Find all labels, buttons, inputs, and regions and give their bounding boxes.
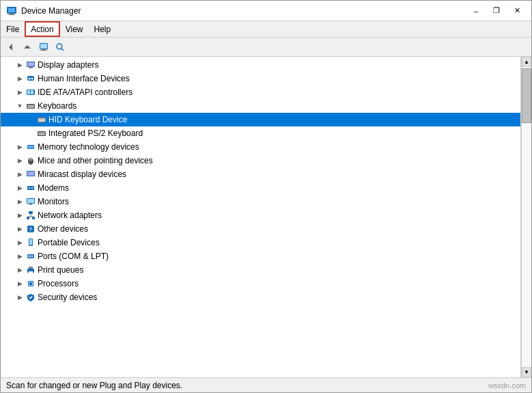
icon-hid <box>25 73 36 84</box>
expand-icon-mice: ▶ <box>14 155 25 166</box>
menu-view[interactable]: View <box>60 21 89 37</box>
menu-help[interactable]: Help <box>89 21 117 37</box>
svg-rect-33 <box>44 119 46 120</box>
minimize-button[interactable]: – <box>467 4 485 18</box>
label-portable: Portable Devices <box>38 238 100 247</box>
expand-icon-print: ▶ <box>14 265 25 275</box>
expand-icon-ports: ▶ <box>14 251 25 262</box>
expand-icon-memory: ▶ <box>14 141 25 152</box>
svg-point-65 <box>30 245 31 247</box>
label-other: Other devices <box>38 224 88 234</box>
status-text: Scan for changed or new Plug and Play de… <box>6 381 488 390</box>
svg-rect-68 <box>29 256 30 258</box>
label-modems: Modems <box>38 183 69 193</box>
menu-bar: File Action View Help <box>1 21 531 38</box>
tree-item-modems[interactable]: ▶ Modems <box>1 181 520 195</box>
tree-item-human-interface[interactable]: ▶ Human Interface Devices <box>1 72 520 85</box>
tree-item-monitors[interactable]: ▶ Monitors <box>1 195 520 208</box>
tree-item-other[interactable]: ▶ ? Other devices <box>1 222 520 236</box>
close-button[interactable]: ✕ <box>508 4 526 18</box>
tree-item-ports[interactable]: ▶ Ports (COM & LPT) <box>1 249 520 263</box>
svg-rect-1 <box>8 8 15 12</box>
label-display-adapters: Display adapters <box>38 60 98 70</box>
toolbar-computer[interactable] <box>36 40 51 55</box>
expand-icon-ps2 <box>25 128 36 139</box>
svg-rect-7 <box>40 44 47 49</box>
device-tree[interactable]: ▶ Display adapters ▶ Human Interface Dev… <box>1 57 521 377</box>
scroll-track[interactable] <box>522 67 531 367</box>
title-buttons: – ❐ ✕ <box>467 4 526 18</box>
svg-rect-9 <box>40 50 47 51</box>
svg-rect-39 <box>42 133 44 134</box>
label-keyboards: Keyboards <box>38 101 76 111</box>
tree-item-hid-keyboard[interactable]: HID Keyboard Device <box>1 113 520 126</box>
app-icon <box>6 5 17 16</box>
expand-icon-portable: ▶ <box>14 237 25 248</box>
tree-item-display-adapters[interactable]: ▶ Display adapters <box>1 58 520 72</box>
label-memory-tech: Memory technology devices <box>38 142 139 152</box>
toolbar-up[interactable] <box>20 40 35 55</box>
tree-item-portable[interactable]: ▶ Portable Devices <box>1 236 520 249</box>
expand-icon-other: ▶ <box>14 223 25 234</box>
svg-point-10 <box>57 44 62 49</box>
svg-rect-15 <box>27 76 34 81</box>
expand-icon-display: ▶ <box>14 59 25 70</box>
svg-rect-37 <box>39 133 40 134</box>
menu-action[interactable]: Action <box>25 21 59 37</box>
expand-icon-miracast: ▶ <box>14 169 25 180</box>
tree-item-network[interactable]: ▶ Network adapters <box>1 208 520 222</box>
tree-item-keyboards[interactable]: ▼ Keyboards <box>1 99 520 113</box>
label-processors: Processors <box>38 279 79 288</box>
tree-item-ide-ata[interactable]: ▶ IDE ATA/ATAPI controllers <box>1 85 520 99</box>
vertical-scrollbar[interactable]: ▲ ▼ <box>521 57 531 377</box>
toolbar-scan[interactable] <box>53 40 68 55</box>
icon-ports <box>25 251 36 262</box>
tree-item-ps2-keyboard[interactable]: Integrated PS/2 Keyboard <box>1 126 520 140</box>
svg-point-51 <box>31 187 33 189</box>
expand-icon-ide: ▶ <box>14 87 25 98</box>
svg-rect-53 <box>27 199 34 203</box>
svg-line-11 <box>61 49 64 51</box>
menu-file[interactable]: File <box>1 21 25 37</box>
svg-rect-48 <box>27 172 34 176</box>
icon-ps2-keyboard <box>36 128 47 139</box>
svg-rect-49 <box>27 186 34 190</box>
icon-processors <box>25 278 36 289</box>
label-miracast: Miracast display devices <box>38 170 126 179</box>
toolbar-back[interactable] <box>3 40 18 55</box>
scroll-up[interactable]: ▲ <box>522 57 531 67</box>
svg-point-50 <box>29 187 30 189</box>
label-human-interface: Human Interface Devices <box>38 74 130 83</box>
svg-rect-76 <box>29 282 32 285</box>
scroll-down[interactable]: ▼ <box>522 367 531 377</box>
tree-item-miracast[interactable]: ▶ Miracast display devices <box>1 167 520 181</box>
scroll-thumb[interactable] <box>522 68 531 123</box>
icon-miracast <box>25 169 36 180</box>
expand-icon-network: ▶ <box>14 210 25 221</box>
svg-rect-54 <box>29 204 32 205</box>
tree-item-memory-tech[interactable]: ▶ Memory technology devices <box>1 140 520 154</box>
icon-security <box>25 292 36 303</box>
icon-monitors <box>25 196 36 207</box>
icon-network <box>25 210 36 221</box>
status-bar: Scan for changed or new Plug and Play de… <box>1 377 531 392</box>
svg-rect-24 <box>30 105 31 107</box>
icon-modems <box>25 182 36 193</box>
device-manager-window: Device Manager – ❐ ✕ File Action View He… <box>0 0 532 393</box>
icon-other: ? <box>25 223 36 234</box>
window-title: Device Manager <box>21 6 81 16</box>
tree-item-print-queues[interactable]: ▶ Print queues <box>1 263 520 277</box>
svg-marker-4 <box>9 44 12 51</box>
svg-rect-56 <box>27 217 29 219</box>
tree-item-security[interactable]: ▶ Security devices <box>1 290 520 304</box>
branding: wsxdn.com <box>488 381 526 390</box>
svg-marker-5 <box>24 45 31 49</box>
svg-rect-64 <box>29 239 32 245</box>
restore-button[interactable]: ❐ <box>488 4 505 18</box>
svg-rect-73 <box>29 271 33 273</box>
tree-item-mice[interactable]: ▶ Mice and other pointing devices <box>1 154 520 167</box>
svg-rect-3 <box>8 14 15 15</box>
label-mice: Mice and other pointing devices <box>38 156 153 165</box>
svg-rect-30 <box>39 119 40 120</box>
tree-item-processors[interactable]: ▶ Processors <box>1 277 520 290</box>
